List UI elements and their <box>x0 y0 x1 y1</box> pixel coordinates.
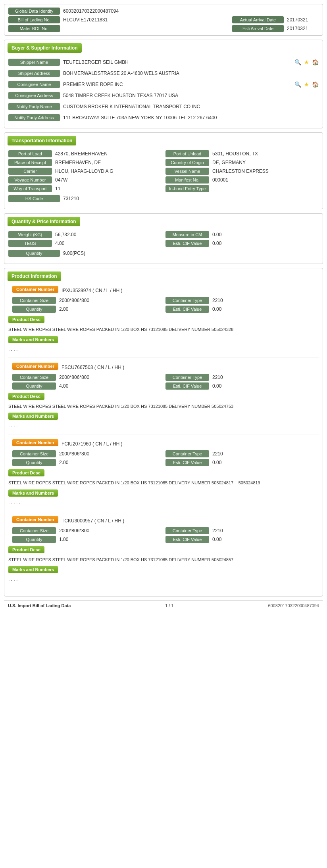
product-desc-text-1: STEEL WIRE ROPES STEEL WIRE ROPES PACKED… <box>8 403 319 410</box>
consignee-star-icon[interactable]: ★ <box>303 81 310 88</box>
esti-cif-value-3: 0.00 <box>212 537 315 542</box>
marks-numbers-btn-2[interactable]: Marks and Numbers <box>8 489 58 497</box>
container-size-row-3: Container Size 2000*806*800 Container Ty… <box>12 527 315 534</box>
product-desc-btn-0[interactable]: Product Desc <box>8 316 44 323</box>
shipper-address-row: Shipper Address BOHMERWALDSTRASSE 20 A-4… <box>8 69 319 78</box>
esti-cif-label: Esti. CIF Value <box>165 240 209 247</box>
star-icon[interactable]: ★ <box>303 59 310 66</box>
consignee-address-row: Consignee Address 5048 TIMBER CREEK HOUS… <box>8 91 319 100</box>
container-size-label-2: Container Size <box>12 450 56 457</box>
vessel-name-label: Vessel Name <box>165 168 209 175</box>
port-of-unload-label: Port of Unload <box>165 150 209 157</box>
mater-bol-label: Mater BOL No. <box>8 25 60 32</box>
marks-text-0: . . . . <box>8 346 319 352</box>
container-type-value-2: 2210 <box>212 451 315 457</box>
in-bond-entry-col: In-bond Entry Type <box>165 185 319 192</box>
carrier-col: Carrier HLCU, HAPAG-LLOYD A G <box>8 168 162 175</box>
container-number-value-0: IPXU3539974 ( CN / L / HH ) <box>62 288 123 293</box>
buyer-supplier-header: Buyer & Supplier Information <box>8 43 82 53</box>
carrier-label: Carrier <box>8 168 52 175</box>
place-of-receipt-label: Place of Receipt <box>8 159 52 166</box>
consignee-name-label: Consignee Name <box>8 81 60 88</box>
hs-code-value: 731210 <box>63 196 319 201</box>
container-number-btn-3[interactable]: Container Number <box>12 516 58 523</box>
bill-of-lading-value: HLCUVIE170211831 <box>63 17 224 23</box>
consignee-home-icon[interactable]: 🏠 <box>312 81 319 88</box>
marks-numbers-btn-1[interactable]: Marks and Numbers <box>8 413 58 420</box>
quantity-label-2: Quantity <box>12 459 56 466</box>
quantity-col-0: Quantity 2.00 <box>12 306 162 313</box>
container-size-label-3: Container Size <box>12 527 56 534</box>
container-type-value-0: 2210 <box>212 298 315 303</box>
quantity-col-2: Quantity 2.00 <box>12 459 162 466</box>
container-number-value-1: FSCU7667503 ( CN / L / HH ) <box>62 365 124 370</box>
weight-kg-value: 56,732.00 <box>55 232 162 237</box>
qty-row2: TEUS 4.00 Esti. CIF Value 0.00 <box>8 240 319 247</box>
port-of-load-col: Port of Load 42870, BREMERHAVEN <box>8 150 162 157</box>
container-number-btn-2[interactable]: Container Number <box>12 439 58 446</box>
measure-cm-col: Measure in CM 0.00 <box>165 231 319 238</box>
measure-cm-label: Measure in CM <box>165 231 209 238</box>
actual-arrival-label: Actual Arrival Date <box>232 16 284 23</box>
quantity-row: Quantity 9.00(PCS) <box>8 249 319 258</box>
search-icon[interactable]: 🔍 <box>294 59 301 66</box>
product-desc-btn-2[interactable]: Product Desc <box>8 469 44 476</box>
quantity-col-3: Quantity 1.00 <box>12 536 162 543</box>
container-qty-row-3: Quantity 1.00 Esti. CIF Value 0.00 <box>12 536 315 543</box>
place-of-receipt-value: BREMERHAVEN, DE <box>55 160 162 165</box>
bill-of-lading-label: Bill of Lading No. <box>8 16 60 23</box>
consignee-search-icon[interactable]: 🔍 <box>294 81 301 88</box>
product-desc-btn-3[interactable]: Product Desc <box>8 546 44 553</box>
voyage-number-value: 047W <box>55 177 162 183</box>
shipper-name-value: TEUFELBERGER SEIL GMBH <box>63 59 291 65</box>
container-size-row-0: Container Size 2000*806*800 Container Ty… <box>12 297 315 304</box>
container-type-col-2: Container Type 2210 <box>165 450 315 457</box>
product-desc-btn-1[interactable]: Product Desc <box>8 393 44 400</box>
home-icon[interactable]: 🏠 <box>312 59 319 66</box>
marks-numbers-btn-3[interactable]: Marks and Numbers <box>8 566 58 573</box>
container-qty-row-2: Quantity 2.00 Esti. CIF Value 0.00 <box>12 459 315 466</box>
container-size-label-0: Container Size <box>12 297 56 304</box>
container-number-btn-0[interactable]: Container Number <box>12 286 58 293</box>
shipper-address-label: Shipper Address <box>8 70 60 77</box>
page-footer: U.S. Import Bill of Lading Data 1 / 1 60… <box>4 600 323 610</box>
container-number-row-2: Container Number FCIU2071960 ( CN / L / … <box>12 439 315 449</box>
way-of-transport-value: 11 <box>55 186 162 191</box>
global-data-identity-value: 600320170322000487094 <box>63 8 319 14</box>
container-size-col-2: Container Size 2000*806*800 <box>12 450 162 457</box>
container-type-value-3: 2210 <box>212 528 315 533</box>
esti-cif-col-0: Esti. CIF Value 0.00 <box>165 306 315 313</box>
page-wrapper: Global Data Identity 6003201703220004870… <box>0 0 327 868</box>
consignee-address-label: Consignee Address <box>8 92 60 99</box>
footer-title: U.S. Import Bill of Lading Data <box>8 603 71 608</box>
notify-party-address-value: 111 BROADWAY SUITE 703A NEW YORK NY 1000… <box>63 115 319 120</box>
product-desc-text-2: STEEL WIRE ROPES STEEL WIRE ROPES PACKED… <box>8 480 319 486</box>
transport-row1: Port of Load 42870, BREMERHAVEN Port of … <box>8 150 319 157</box>
actual-arrival-value: 20170321 <box>287 17 319 23</box>
notify-party-name-label: Notify Party Name <box>8 103 60 110</box>
quantity-value-0: 2.00 <box>59 306 162 312</box>
container-size-col-1: Container Size 2000*806*800 <box>12 374 162 381</box>
notify-party-name-value: CUSTOMS BROKER K INTERNATIONAL TRANSPORT… <box>63 104 319 109</box>
product-desc-text-0: STEEL WIRE ROPES STEEL WIRE ROPES PACKED… <box>8 326 319 333</box>
consignee-address-value: 5048 TIMBER CREEK HOUSTON TEXAS 77017 US… <box>63 93 319 98</box>
container-type-value-1: 2210 <box>212 375 315 380</box>
container-type-label-1: Container Type <box>165 374 209 381</box>
esti-cif-value-1: 0.00 <box>212 383 315 389</box>
esti-cif-value: 0.00 <box>212 241 319 246</box>
shipper-name-row: Shipper Name TEUFELBERGER SEIL GMBH 🔍 ★ … <box>8 57 319 67</box>
container-type-label-2: Container Type <box>165 450 209 457</box>
esti-cif-label-3: Esti. CIF Value <box>165 536 209 543</box>
marks-numbers-btn-0[interactable]: Marks and Numbers <box>8 336 58 343</box>
container-number-value-3: TCKU3000957 ( CN / L / HH ) <box>62 518 124 524</box>
hs-code-label: HS Code <box>8 195 60 202</box>
quantity-label-1: Quantity <box>12 382 56 390</box>
footer-page: 1 / 1 <box>165 603 173 608</box>
identity-section: Global Data Identity 6003201703220004870… <box>4 4 323 36</box>
container-number-btn-1[interactable]: Container Number <box>12 363 58 370</box>
product-info-panel: Product Information Container Number IPX… <box>4 268 323 597</box>
voyage-number-col: Voyage Number 047W <box>8 176 162 184</box>
quantity-value-3: 1.00 <box>59 537 162 542</box>
esti-arrival-value: 20170321 <box>287 26 319 31</box>
marks-text-1: . . . . <box>8 423 319 428</box>
